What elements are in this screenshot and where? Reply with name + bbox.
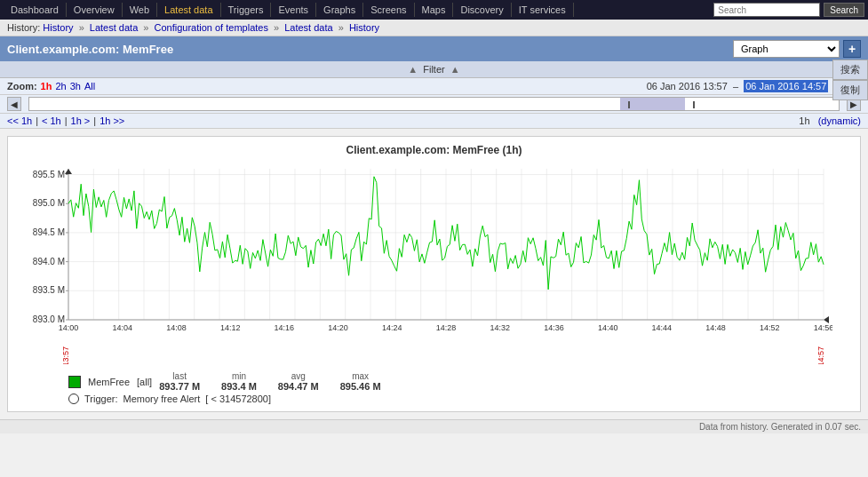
breadcrumb-latest-data[interactable]: Latest data <box>90 22 138 33</box>
nav-screens[interactable]: Screens <box>363 3 414 17</box>
time-prev-2h[interactable]: << 1h <box>7 115 32 126</box>
controls-row: Zoom: 1h 2h 3h All 06 Jan 2016 13:57 – 0… <box>0 78 868 95</box>
time-period: 1h <box>799 115 809 126</box>
nav-events[interactable]: Events <box>271 3 316 17</box>
nav-dashboard[interactable]: Dashboard <box>4 3 67 17</box>
nav-overview[interactable]: Overview <box>67 3 123 17</box>
legend-last: last 893.77 M <box>159 371 200 392</box>
breadcrumb-config-templates[interactable]: Configuration of templates <box>155 22 268 33</box>
graph-area <box>15 160 853 364</box>
footer: Data from history. Generated in 0.07 sec… <box>0 419 868 433</box>
time-nav-row: << 1h | < 1h | 1h > | 1h >> 1h (dynamic) <box>0 114 868 129</box>
date-range: 06 Jan 2016 13:57 – 06 Jan 2016 14:57 (n… <box>647 81 861 91</box>
search-input[interactable] <box>713 3 820 17</box>
trigger-label: Trigger: <box>84 394 118 404</box>
nav-graphs[interactable]: Graphs <box>316 3 363 17</box>
trigger-row: Trigger: Memory free Alert [ < 314572800… <box>68 394 853 404</box>
nav-left-arrow[interactable]: ◀ <box>7 97 21 111</box>
filter-arrow-left: ▲ <box>408 64 418 75</box>
zoom-3h[interactable]: 3h <box>70 81 81 91</box>
graph-title: Client.example.com: MemFree (1h) <box>15 144 853 156</box>
legend-row-memfree: MemFree [all] last 893.77 M min 893.4 M … <box>68 371 853 392</box>
slider-left-handle <box>628 101 630 108</box>
graph-canvas <box>15 160 832 364</box>
page-title: Client.example.com: MemFree <box>7 43 173 56</box>
nav-maps[interactable]: Maps <box>415 3 454 17</box>
breadcrumb-latest-data-2[interactable]: Latest data <box>284 22 332 33</box>
legend-area: MemFree [all] last 893.77 M min 893.4 M … <box>15 371 853 404</box>
date-end: 06 Jan 2016 14:57 <box>744 80 828 92</box>
filter-label: Filter <box>423 64 444 75</box>
zoom-1h[interactable]: 1h <box>41 81 52 91</box>
zoom-label: Zoom: <box>7 81 37 91</box>
date-start: 06 Jan 2016 13:57 <box>647 81 728 91</box>
nav-search-area: Search <box>713 3 864 17</box>
nav-web[interactable]: Web <box>123 3 157 17</box>
time-dynamic: (dynamic) <box>818 115 861 126</box>
nav-slider-row: ◀ ▶ <box>0 95 868 114</box>
overlay-buttons: 搜索 復制 <box>832 60 868 100</box>
time-nav-right: 1h (dynamic) <box>799 115 861 126</box>
nav-it-services[interactable]: IT services <box>512 3 574 17</box>
action-overlay-button[interactable]: 復制 <box>832 80 868 100</box>
trigger-desc: Memory free Alert <box>123 394 201 404</box>
legend-min: min 893.4 M <box>221 371 257 392</box>
graph-type-select[interactable]: Graph <box>733 40 840 58</box>
page-wrapper: Dashboard Overview Web Latest data Trigg… <box>0 0 868 477</box>
graph-section: Client.example.com: MemFree (1h) MemFree… <box>7 136 861 412</box>
filter-bar[interactable]: ▲ Filter ▲ <box>0 61 868 78</box>
nav-slider[interactable] <box>28 97 840 111</box>
time-next-1h[interactable]: 1h > <box>71 115 91 126</box>
trigger-circle <box>68 394 79 404</box>
graph-select-area: Graph + <box>733 40 861 58</box>
add-graph-button[interactable]: + <box>843 40 861 58</box>
breadcrumb-history-2[interactable]: History <box>349 22 379 33</box>
legend-item-qualifier: [all] <box>137 377 152 387</box>
page-header: Client.example.com: MemFree Graph + <box>0 36 868 61</box>
time-next-2h[interactable]: 1h >> <box>100 115 124 126</box>
breadcrumb-label: History: <box>7 22 40 33</box>
zoom-area: Zoom: 1h 2h 3h All <box>7 81 95 91</box>
nav-latest-data[interactable]: Latest data <box>157 3 220 17</box>
trigger-value: [ < 314572800] <box>205 394 271 404</box>
legend-avg: avg 894.47 M <box>278 371 319 392</box>
zoom-all[interactable]: All <box>84 81 95 91</box>
search-overlay-button[interactable]: 搜索 <box>832 60 868 80</box>
legend-item-name: MemFree <box>88 377 130 387</box>
footer-text: Data from history. Generated in 0.07 sec… <box>699 422 861 432</box>
time-nav-left: << 1h | < 1h | 1h > | 1h >> <box>7 115 124 126</box>
top-nav: Dashboard Overview Web Latest data Trigg… <box>0 0 868 20</box>
nav-triggers[interactable]: Triggers <box>221 3 272 17</box>
search-button[interactable]: Search <box>824 3 864 17</box>
slider-right-handle <box>693 101 695 108</box>
legend-max: max 895.46 M <box>340 371 381 392</box>
nav-discovery[interactable]: Discovery <box>453 3 511 17</box>
legend-color-memfree <box>68 376 81 388</box>
breadcrumb-history[interactable]: History <box>43 22 73 33</box>
zoom-2h[interactable]: 2h <box>55 81 66 91</box>
time-prev-1h[interactable]: < 1h <box>42 115 61 126</box>
legend-values: last 893.77 M min 893.4 M avg 894.47 M m… <box>159 371 380 392</box>
breadcrumb: History: History » Latest data » Configu… <box>0 20 868 36</box>
filter-arrow-right: ▲ <box>450 64 460 75</box>
